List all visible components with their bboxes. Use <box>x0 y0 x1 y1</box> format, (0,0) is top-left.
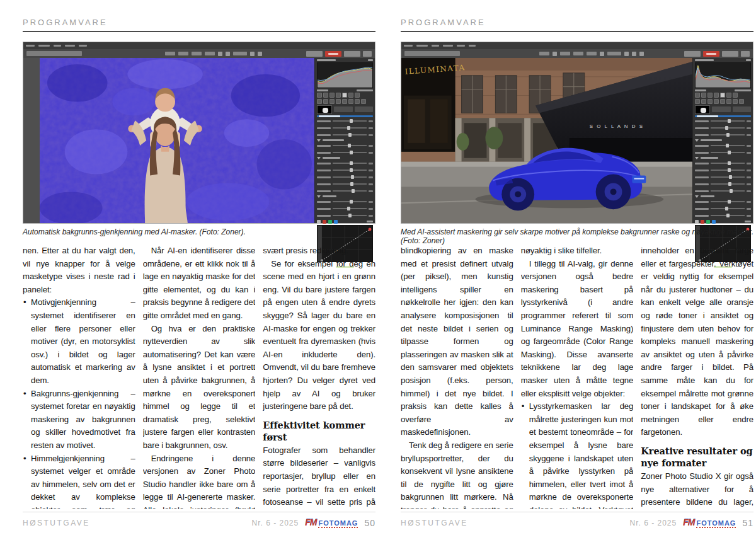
panel-collapse-icon[interactable] <box>368 59 373 61</box>
slider-track[interactable] <box>711 176 745 178</box>
menu-item[interactable] <box>416 45 428 47</box>
background-mask-icon[interactable] <box>323 99 328 104</box>
menu-item[interactable] <box>79 45 87 47</box>
adjustment-slider[interactable] <box>317 206 373 212</box>
adjustment-slider[interactable] <box>695 206 751 212</box>
slider-track[interactable] <box>711 190 745 192</box>
slider-knob[interactable] <box>350 161 353 165</box>
module-button-create[interactable] <box>363 51 372 57</box>
slider-track[interactable] <box>333 127 367 129</box>
straighten-icon[interactable] <box>701 93 706 98</box>
mask-layer-row[interactable] <box>695 105 751 114</box>
ai-mask-icon-active[interactable] <box>342 93 347 98</box>
luminance-mask-icon[interactable] <box>342 99 347 104</box>
color-mask-icon[interactable] <box>348 99 353 104</box>
slider-knob[interactable] <box>729 175 732 179</box>
slider-knob[interactable] <box>350 168 353 172</box>
red-channel-icon[interactable] <box>323 220 326 224</box>
eye-icon[interactable] <box>733 93 738 98</box>
invert-mask-icon[interactable] <box>355 99 360 104</box>
tool-button[interactable] <box>192 52 202 55</box>
slider-knob[interactable] <box>350 151 353 154</box>
section-white-balance[interactable] <box>317 139 373 142</box>
adjustment-slider[interactable] <box>317 175 373 180</box>
compare-icon[interactable] <box>632 52 636 56</box>
adjustment-slider[interactable] <box>317 181 373 187</box>
tool-button[interactable] <box>573 52 583 55</box>
slider-track[interactable] <box>333 215 367 216</box>
slider-track[interactable] <box>333 183 367 185</box>
grid-icon[interactable] <box>624 52 629 56</box>
adjustment-slider[interactable] <box>695 213 751 219</box>
slider-track[interactable] <box>711 183 745 185</box>
adjustment-slider[interactable] <box>695 132 751 138</box>
menu-item[interactable] <box>65 45 75 47</box>
adjustment-slider[interactable] <box>317 143 373 149</box>
crop-icon[interactable] <box>317 93 322 98</box>
delete-mask-icon[interactable] <box>361 99 366 104</box>
section-exposure[interactable] <box>695 157 751 159</box>
background-mask-icon[interactable] <box>701 99 706 104</box>
slider-track[interactable] <box>711 170 745 171</box>
search-input[interactable] <box>26 51 82 56</box>
flag-icon[interactable] <box>553 52 557 56</box>
retouch-icon[interactable] <box>348 93 353 98</box>
slider-track[interactable] <box>333 170 367 171</box>
gradient-icon[interactable] <box>336 93 341 98</box>
slider-track[interactable] <box>711 127 745 129</box>
rgb-channel-icon[interactable] <box>317 220 321 224</box>
curve-reset-icon[interactable] <box>367 221 373 222</box>
blue-channel-icon[interactable] <box>334 220 338 224</box>
object-mask-icon[interactable] <box>714 99 719 104</box>
slider-knob[interactable] <box>728 200 731 204</box>
selected-mask-row[interactable] <box>695 115 751 117</box>
sky-mask-icon[interactable] <box>707 99 713 104</box>
module-button-editor[interactable] <box>344 51 360 57</box>
adjustment-slider[interactable] <box>317 168 373 173</box>
section-white-balance[interactable] <box>695 139 751 142</box>
slider-knob[interactable] <box>347 207 350 210</box>
adjustment-slider[interactable] <box>317 132 373 138</box>
color-mask-icon[interactable] <box>726 99 731 104</box>
mask-option-button[interactable] <box>733 106 752 112</box>
fit-icon[interactable] <box>226 52 230 56</box>
ai-mask-icon-active[interactable] <box>720 93 725 98</box>
eye-icon[interactable] <box>355 93 360 98</box>
green-channel-icon[interactable] <box>706 220 710 224</box>
slider-track[interactable] <box>711 152 745 153</box>
module-button-manager[interactable] <box>306 51 323 57</box>
subject-mask-icon[interactable] <box>695 99 700 104</box>
slider-track[interactable] <box>333 134 367 135</box>
section-color[interactable] <box>317 195 373 198</box>
slider-knob[interactable] <box>725 207 728 210</box>
slider-knob[interactable] <box>728 119 731 123</box>
slider-knob[interactable] <box>730 189 733 193</box>
slider-knob[interactable] <box>725 126 728 130</box>
slider-knob[interactable] <box>348 133 352 137</box>
object-mask-icon[interactable] <box>336 99 341 104</box>
slider-knob[interactable] <box>351 175 354 179</box>
slider-track[interactable] <box>333 152 367 153</box>
info-icon[interactable] <box>639 52 644 56</box>
slider-knob[interactable] <box>350 182 353 186</box>
subject-mask-icon[interactable] <box>317 99 322 104</box>
slider-track[interactable] <box>333 190 367 192</box>
slider-knob[interactable] <box>728 182 731 186</box>
tool-button[interactable] <box>205 52 215 55</box>
rgb-channel-icon[interactable] <box>695 220 699 224</box>
adjustment-slider[interactable] <box>317 188 373 194</box>
slider-track[interactable] <box>711 201 745 202</box>
slider-knob[interactable] <box>350 119 353 123</box>
adjustment-slider[interactable] <box>317 161 373 166</box>
brush-icon[interactable] <box>329 93 335 98</box>
slider-knob[interactable] <box>726 133 730 137</box>
section-exposure[interactable] <box>317 157 373 159</box>
adjustment-slider[interactable] <box>695 168 751 173</box>
adjustment-slider[interactable] <box>695 125 751 131</box>
slider-track[interactable] <box>711 163 745 164</box>
mask-option-button[interactable] <box>355 106 374 112</box>
straighten-icon[interactable] <box>323 93 328 98</box>
adjustment-slider[interactable] <box>317 118 373 124</box>
zoom-icon[interactable] <box>218 52 222 56</box>
adjustment-slider[interactable] <box>317 150 373 156</box>
